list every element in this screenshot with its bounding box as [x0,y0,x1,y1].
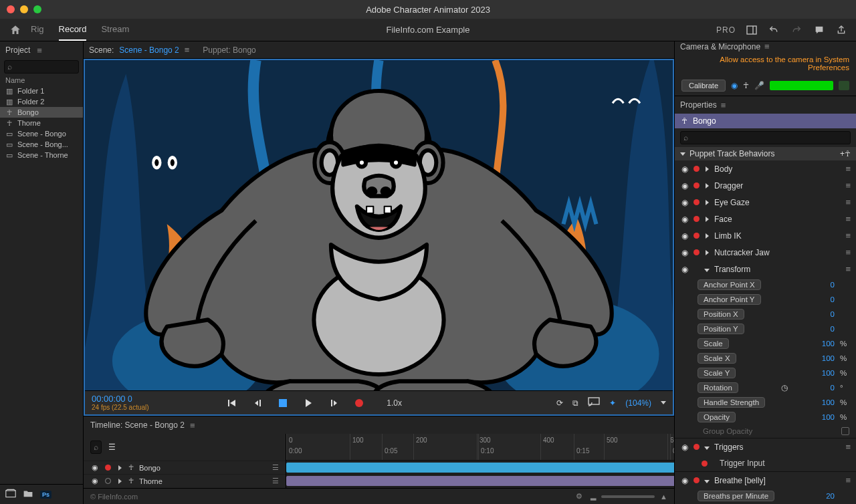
project-item[interactable]: ☥Thorne [0,118,83,128]
property-label[interactable]: Scale X [698,353,736,364]
timeline-track-lane[interactable] [286,474,674,487]
behaviors-group-header[interactable]: Puppet Track Behaviors +☥ [675,147,856,160]
visibility-toggle-icon[interactable]: ◉ [680,231,689,241]
zoom-dropdown-icon[interactable] [661,401,666,404]
expand-icon[interactable] [704,198,710,207]
expand-icon[interactable] [116,477,123,485]
behavior-row[interactable]: ◉ Face ≡ [675,211,856,227]
share-icon[interactable] [836,25,847,35]
property-value[interactable]: 100 [822,398,835,406]
property-value[interactable]: 0 [831,295,835,303]
transform-header[interactable]: ◉ Transform ≡ [675,261,856,277]
property-label[interactable]: Scale [698,338,729,349]
triggers-header[interactable]: ◉ Triggers ≡ [675,438,856,455]
refresh-icon[interactable]: ⟳ [556,398,563,408]
workspace-layout-icon[interactable] [746,25,757,35]
record-button[interactable] [353,397,365,409]
visibility-toggle-icon[interactable]: ◉ [680,164,689,174]
playback-speed[interactable]: 1.0x [387,398,402,408]
stop-button[interactable] [277,397,289,409]
tab-record[interactable]: Record [59,19,87,41]
transform-menu-icon[interactable]: ≡ [845,264,851,274]
home-icon[interactable] [9,24,21,36]
property-label[interactable]: Anchor Point Y [698,294,761,305]
timeline-zoom-slider[interactable] [601,495,655,498]
visibility-toggle-icon[interactable]: ◉ [90,463,100,472]
property-label[interactable]: Anchor Point X [698,279,761,290]
behavior-row[interactable]: ◉ Eye Gaze ≡ [675,194,856,211]
snapshot-icon[interactable]: ⧉ [572,398,578,408]
go-to-start-icon[interactable] [226,397,238,409]
timeline-search-input[interactable]: ⌕ [90,440,102,454]
breathe-header[interactable]: ◉ Breathe [belly] ≡ [675,471,856,489]
behavior-menu-icon[interactable]: ≡ [845,197,851,207]
new-folder-icon[interactable] [23,489,33,500]
timecode[interactable]: 00:00:00 [92,394,126,404]
properties-panel-menu-icon[interactable]: ≡ [721,100,726,110]
behavior-menu-icon[interactable]: ≡ [845,231,851,241]
arm-indicator-icon[interactable] [105,478,111,484]
properties-search-input[interactable]: ⌕ [680,131,851,144]
expand-icon[interactable] [704,231,710,241]
pro-badge[interactable]: PRO [716,25,736,35]
timeline-clip[interactable] [286,463,674,473]
timeline-filter-icon[interactable]: ☰ [108,443,116,452]
project-item[interactable]: ☥Bongo [0,107,83,118]
arm-indicator-icon[interactable] [693,166,700,172]
visibility-toggle-icon[interactable]: ◉ [90,477,100,485]
step-forward-icon[interactable] [328,397,340,409]
project-item[interactable]: ▥Folder 1 [0,86,83,96]
breathe-menu-icon[interactable]: ≡ [845,475,851,485]
property-value[interactable]: 0 [831,310,835,318]
timeline-track-header[interactable]: ◉ ☥ Bongo ☰ [84,461,286,474]
timeline-menu-icon[interactable]: ≡ [190,420,195,430]
expand-icon[interactable] [704,215,710,224]
microphone-icon[interactable]: 🎤 [754,81,764,90]
arm-indicator-icon[interactable] [693,477,700,483]
webcam-icon[interactable]: ◉ [731,81,738,90]
add-behavior-icon[interactable]: +☥ [840,149,851,158]
property-label[interactable]: Rotation [698,382,738,393]
group-opacity-checkbox[interactable] [841,427,849,435]
property-label[interactable]: Scale Y [698,368,736,378]
arm-indicator-icon[interactable] [693,199,700,205]
project-item[interactable]: ▥Folder 2 [0,96,83,107]
tab-rig[interactable]: Rig [31,19,44,41]
tab-stream[interactable]: Stream [101,19,129,41]
property-label[interactable]: Breaths per Minute [698,491,774,501]
timeline-track-lane[interactable] [286,461,674,474]
timeline-track-header[interactable]: ◉ ☥ Thorne ☰ [84,474,286,487]
timeline-zoom-in-icon[interactable]: ▲ [660,493,667,501]
project-item[interactable]: ▭Scene - Bong... [0,139,83,150]
visibility-toggle-icon[interactable]: ◉ [680,198,689,207]
property-value[interactable]: 0 [831,325,835,333]
timeline-clip[interactable] [286,476,674,486]
play-button[interactable] [302,397,314,409]
behavior-row[interactable]: ◉ Limb IK ≡ [675,227,856,244]
expand-icon[interactable] [704,164,710,174]
new-scene-icon[interactable] [5,489,16,500]
project-search-input[interactable]: ⌕ [4,60,79,74]
behavior-row[interactable]: ◉ Body ≡ [675,160,856,177]
project-panel-menu-icon[interactable]: ≡ [37,45,42,55]
arm-indicator-icon[interactable] [693,216,700,222]
cast-icon[interactable] [588,397,600,408]
arm-indicator-icon[interactable] [105,465,111,471]
behavior-menu-icon[interactable]: ≡ [845,164,851,174]
project-name-column[interactable]: Name [0,75,83,86]
visibility-toggle-icon[interactable]: ◉ [680,215,689,224]
behavior-menu-icon[interactable]: ≡ [845,180,851,191]
timeline-ruler[interactable]: 00:001000:052003000:104000:155006000:207… [286,434,674,461]
puppet-tool-icon[interactable]: ✦ [609,398,616,408]
redo-icon[interactable] [790,25,802,35]
close-window-button[interactable] [7,5,15,13]
selected-puppet-header[interactable]: ☥ Bongo [675,114,856,128]
project-item[interactable]: ▭Scene - Bongo [0,128,83,139]
expand-icon[interactable] [704,181,710,191]
arm-indicator-icon[interactable] [693,182,700,188]
timeline-zoom-out-icon[interactable]: ▂ [591,492,596,501]
behavior-menu-icon[interactable]: ≡ [845,214,851,224]
minimize-window-button[interactable] [20,5,28,13]
property-label[interactable]: Position Y [698,324,744,334]
trigger-input-row[interactable]: Trigger Input [675,455,856,471]
